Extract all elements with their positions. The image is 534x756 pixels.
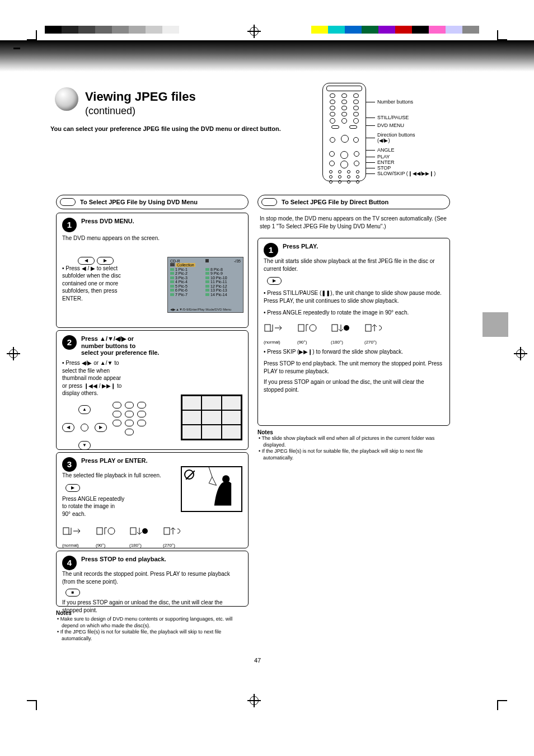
step-a2-box: 2 Press ▲/▼/◀/▶ or number buttons to sel… (56, 330, 249, 450)
remote-label-dvdmenu: DVD MENU (377, 123, 404, 128)
remote-label-direction: Direction buttons(◀/▶) (377, 132, 415, 143)
lead-line (366, 157, 375, 157)
svg-rect-7 (164, 528, 170, 534)
step-a4-l2: If you press STOP again or unload the di… (62, 599, 242, 614)
osd-header-left: CD-R (170, 259, 180, 263)
lead-line (366, 150, 375, 151)
osd-folder: Collection (176, 263, 195, 267)
lead-line (366, 162, 375, 163)
step-b1-l3: • Press ANGLE repeatedly to rotate the i… (264, 309, 444, 317)
step-a1-bullet: • Press ◀ / ▶ to select subfolder when t… (62, 265, 152, 303)
svg-line-1 (209, 467, 212, 477)
proc-b-header: To Select JPEG File by Direct Button (257, 195, 450, 209)
thumbnail-grid (181, 395, 242, 440)
crop-br (497, 700, 514, 717)
step-b1-l2: • Press STILL/PAUSE (❚❚), the unit chang… (264, 289, 444, 304)
crosshair-right (514, 347, 527, 360)
remote-label-enter: ENTER (377, 159, 395, 165)
dvdmenu-btn-icons (77, 257, 115, 265)
dpad-icon: ▲ ▼ ◀ ▶ (62, 405, 107, 450)
svg-point-12 (344, 325, 349, 331)
picture-illustration (181, 466, 242, 512)
numpad-icon (113, 402, 146, 450)
stop-btn-icon (64, 589, 242, 597)
rotation-icons-b: (normal) (90°) (180°) (270°) (264, 322, 444, 339)
lead-line (366, 138, 375, 138)
notes-a: Notes • Make sure to design of DVD menu … (56, 610, 249, 642)
step-a1-line1: The DVD menu appears on the screen. (62, 234, 242, 242)
osd-col-left: 1 Pic-1 2 Pic-2 3 Pic-3 4 Pic-4 5 Pic-5 … (170, 267, 205, 297)
osd-col-right: 8 Pic-8 9 Pic-9 10 Pic-10 11 Pic-11 12 P… (205, 267, 241, 297)
remote-label-stillpause: STILL/PAUSE (377, 115, 409, 120)
remote-diagram (322, 83, 366, 181)
remote-label-angle: ANGLE (377, 147, 395, 153)
step-b1-l4: • Press SKIP (▶▶❙) to forward the slide … (264, 348, 444, 356)
title-bubble-icon (55, 87, 78, 111)
step-b1-title: 1 Press PLAY. (264, 243, 444, 250)
step-b1-l1: The unit starts slide show playback at t… (264, 257, 444, 273)
svg-point-6 (142, 528, 148, 534)
crosshair-left (7, 347, 20, 360)
remote-label-play: PLAY (377, 154, 390, 159)
step-b1-l5: Press STOP to end playback. The unit mem… (264, 360, 444, 375)
page-title: Viewing JPEG files (85, 90, 196, 104)
side-tab (483, 312, 508, 337)
remote-label-skip: SLOW/SKIP (❙◀◀/▶▶❙) (377, 171, 435, 176)
page-subtitle: (continued) (85, 105, 135, 117)
step-a1-box: 1 Press DVD MENU. The DVD menu appears o… (56, 213, 249, 328)
color-bar (311, 26, 479, 34)
step-b1-l6: If you press STOP again or unload the di… (264, 378, 444, 393)
svg-point-4 (108, 528, 115, 534)
svg-rect-3 (97, 528, 102, 534)
step-a3-title: 3 Press PLAY or ENTER. (62, 457, 242, 464)
grayscale-bar (45, 26, 179, 34)
proc-a-header: To Select JPEG File by Using DVD Menu (56, 195, 249, 209)
svg-rect-9 (298, 325, 304, 331)
proc-b-title: To Select JPEG File by Direct Button (282, 199, 388, 205)
step-a4-title: 4 Press STOP to end playback. (62, 556, 242, 562)
header-gradient (0, 40, 534, 72)
svg-rect-11 (332, 325, 338, 331)
step-a3-l2: Press ANGLE repeatedly to rotate the ima… (62, 495, 163, 518)
step-b-lead: In stop mode, the DVD menu appears on th… (257, 213, 450, 232)
lead-line (366, 125, 375, 126)
step-a2-title: 2 Press ▲/▼/◀/▶ or number buttons to sel… (62, 335, 242, 356)
step-a2-note: • Press ◀/▶ or ▲/▼ to select the file wh… (62, 359, 174, 397)
crop-bl (20, 700, 37, 717)
osd-display: CD-R -/35 Collection 1 Pic-1 2 Pic-2 3 P… (167, 257, 243, 313)
svg-rect-5 (130, 528, 136, 534)
notes-b: Notes • The slide show playback will end… (257, 429, 450, 462)
step-a4-box: 4 Press STOP to end playback. The unit r… (56, 551, 249, 607)
proc-a-title: To Select JPEG File by Using DVD Menu (80, 199, 198, 205)
svg-point-10 (310, 325, 316, 331)
svg-rect-2 (63, 528, 69, 534)
lead-line (366, 173, 375, 174)
step-a3-box: 3 Press PLAY or ENTER. The selected file… (56, 452, 249, 548)
lead-line (366, 168, 375, 168)
lead-line (366, 118, 375, 118)
remote-label-numbers: Number buttons (377, 99, 413, 105)
crosshair-bottom (247, 694, 261, 707)
svg-rect-13 (366, 325, 371, 331)
play-btn-icon (266, 277, 444, 285)
column-a: 1 Press DVD MENU. The DVD menu appears o… (56, 213, 249, 642)
intro-text: You can select your preference JPEG file… (50, 125, 281, 132)
crosshair-top (247, 25, 261, 38)
svg-point-0 (222, 475, 229, 482)
osd-header-right: -/35 (234, 259, 241, 263)
crop-tr (497, 24, 514, 40)
crop-tl (20, 24, 37, 40)
page-number: 47 (254, 657, 261, 664)
step-a4-l1: The unit records the stopped point. Pres… (62, 570, 242, 585)
header-line (13, 48, 20, 49)
rotation-icons: (normal) (90°) (180°) (270°) (62, 525, 242, 542)
step-b1-box: 1 Press PLAY. The unit starts slide show… (257, 238, 450, 426)
column-b: In stop mode, the DVD menu appears on th… (257, 213, 450, 462)
lead-line (366, 102, 375, 102)
osd-bottom: ◀▶▲▼/0-9/Enter/Play Mode/DVD Menu (170, 307, 241, 311)
svg-rect-8 (265, 325, 270, 331)
remote-label-stop: STOP (377, 165, 391, 171)
step-a1-title: 1 Press DVD MENU. (62, 218, 242, 224)
